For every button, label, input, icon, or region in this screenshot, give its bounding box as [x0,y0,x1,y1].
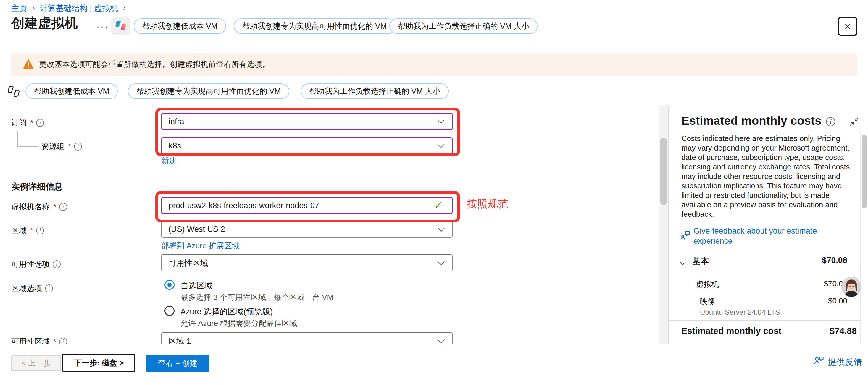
page-title: 创建虚拟机 [11,14,78,32]
availability-options-value: 可用性区域 [168,258,208,268]
copilot-suggestion-vm-size[interactable]: 帮助我为工作负载选择正确的 VM 大小 [301,84,449,99]
cost-item-subtitle: Ubuntu Server 24.04 LTS [700,308,780,316]
info-icon[interactable]: i [36,226,44,234]
close-button[interactable]: × [838,17,857,36]
region-label: 区域 * i [11,225,44,236]
required-marker: * [30,118,33,127]
chevron-down-icon [437,141,444,148]
copilot-suggestion-high-availability[interactable]: 帮助我创建专为实现高可用性而优化的 VM [234,18,395,34]
copilot-suggestion-low-cost[interactable]: 帮助我创建低成本 VM [134,18,226,34]
cost-item-amount: $0.00 [769,296,847,306]
radio-self-select-label[interactable]: 自选区域 [181,280,212,291]
more-options-button[interactable]: ··· [96,21,109,31]
subscription-value: infra [168,117,184,126]
next-step-disks-button[interactable]: 下一步: 磁盘 > [62,354,135,372]
copilot-suggestion-vm-size[interactable]: 帮助我为工作负载选择正确的 VM 大小 [389,18,537,34]
panel-scrollbar-thumb[interactable] [862,135,867,208]
zone-options-label: 区域选项 i [11,283,53,294]
info-icon[interactable]: i [53,260,61,268]
main-scrollbar-thumb[interactable] [660,137,667,205]
breadcrumb: 主页 › 计算基础结构 | 虚拟机 › [11,3,126,13]
warning-banner-text: 更改基本选项可能会重置所做的选择。创建虚拟机前查看所有选项。 [39,59,270,69]
radio-self-select-description: 最多选择 3 个可用性区域，每个区域一台 VM [181,292,333,302]
chevron-down-icon [438,336,445,343]
panel-divider [668,105,669,344]
info-icon[interactable]: i [74,142,82,151]
vm-name-label: 虚拟机名称 * i [11,202,67,212]
breadcrumb-separator-icon: › [32,3,35,13]
cost-item-name: 映像 [700,296,715,307]
availability-options-label: 可用性选项 i [11,259,61,269]
field-connector-line [17,131,38,147]
estimate-feedback-link[interactable]: Give feedback about your estimate experi… [693,226,850,246]
panel-scrollbar-track [860,130,861,344]
resource-group-select[interactable]: k8s [161,137,453,154]
info-icon[interactable]: i [826,117,835,126]
breadcrumb-home[interactable]: 主页 [11,3,27,13]
feedback-icon [813,355,825,368]
cost-panel-disclaimer: Costs indicated here are estimates only.… [681,134,855,219]
deploy-edge-zone-link[interactable]: 部署到 Azure 扩展区域 [161,241,239,251]
divider [669,320,860,321]
valid-check-icon: ✓ [434,199,443,212]
resource-group-label: 资源组 * i [41,141,82,152]
radio-azure-select-zones[interactable] [164,306,175,316]
provide-feedback-link[interactable]: 提供反馈 [828,357,862,368]
copilot-suggestion-low-cost[interactable]: 帮助我创建低成本 VM [26,84,118,99]
radio-self-select-zones[interactable] [164,280,175,290]
required-marker: * [30,226,33,235]
region-select[interactable]: (US) West US 2 [161,221,453,238]
subscription-select[interactable]: infra [161,113,453,130]
close-icon: × [844,21,851,32]
total-cost-amount: $74.88 [769,326,857,336]
assistant-avatar[interactable] [841,277,862,297]
cost-panel-title: Estimated monthly costs i [681,114,835,127]
region-value: (US) West US 2 [168,225,225,234]
collapse-panel-icon[interactable] [849,117,859,128]
breadcrumb-compute-vm[interactable]: 计算基础结构 | 虚拟机 [40,3,118,13]
radio-azure-select-description: 允许 Azure 根据需要分配最佳区域 [181,318,297,328]
breadcrumb-separator-icon: › [123,3,126,13]
total-cost-label: Estimated monthly cost [681,326,781,336]
copilot-suggestion-high-availability[interactable]: 帮助我创建专为实现高可用性而优化的 VM [128,84,289,99]
required-marker: * [68,142,71,151]
previous-step-button[interactable]: < 上一步 [11,355,61,371]
warning-banner: 更改基本选项可能会重置所做的选择。创建虚拟机前查看所有选项。 [11,53,857,76]
review-create-button[interactable]: 查看 + 创建 [146,355,210,372]
chevron-down-icon [438,258,445,265]
vm-name-input[interactable]: prod-usw2-k8s-freeleaps-worker-nodes-07 … [161,197,453,214]
availability-options-select[interactable]: 可用性区域 [161,254,453,271]
feedback-icon [680,230,690,242]
cost-item-amount: $70.08 [769,279,847,288]
radio-azure-select-label[interactable]: Azure 选择的区域(预览版) [181,306,273,317]
copilot-button[interactable] [111,17,130,35]
info-icon[interactable]: i [45,285,53,292]
info-icon[interactable]: i [36,119,44,127]
resource-group-value: k8s [168,141,181,151]
copilot-icon [115,19,127,33]
chevron-down-icon [437,117,444,124]
warning-icon [23,59,34,69]
vm-name-value: prod-usw2-k8s-freeleaps-worker-nodes-07 [168,201,319,210]
cost-item-name: 虚拟机 [696,279,719,289]
create-new-resource-group-link[interactable]: 新建 [161,156,177,166]
chevron-down-icon[interactable] [679,260,687,268]
copilot-outline-icon [6,84,21,99]
cost-group-amount: $70.08 [769,255,847,265]
cost-group-name[interactable]: 基本 [692,255,709,267]
info-icon[interactable]: i [59,203,67,211]
instance-details-section-title: 实例详细信息 [11,181,63,193]
chevron-down-icon [438,224,445,231]
required-marker: * [53,202,56,212]
subscription-label: 订阅 * i [11,118,44,128]
annotation-text: 按照规范 [467,197,508,211]
